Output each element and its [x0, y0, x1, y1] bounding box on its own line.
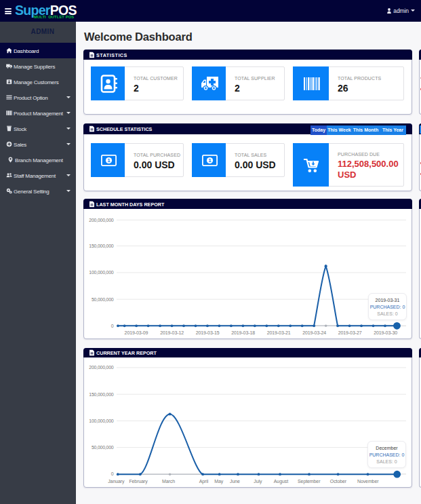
- svg-text:November: November: [357, 479, 379, 484]
- svg-text:1: 1: [208, 157, 212, 163]
- svg-text:2019-03-18: 2019-03-18: [231, 330, 255, 335]
- svg-text:January: January: [108, 479, 125, 484]
- svg-text:2019-03-12: 2019-03-12: [160, 330, 184, 335]
- svg-text:2019-03-27: 2019-03-27: [338, 330, 362, 335]
- svg-text:March: March: [162, 479, 175, 484]
- svg-text:2019-03-09: 2019-03-09: [125, 330, 148, 335]
- svg-text:April: April: [199, 479, 209, 484]
- svg-text:May: May: [214, 479, 224, 484]
- svg-text:September: September: [298, 479, 321, 484]
- svg-text:150,000,000: 150,000,000: [89, 392, 114, 397]
- svg-text:October: October: [330, 479, 347, 484]
- svg-text:100,000,000: 100,000,000: [89, 270, 114, 275]
- svg-text:July: July: [254, 479, 262, 484]
- svg-text:2019-03-30: 2019-03-30: [374, 330, 397, 335]
- svg-text:200,000,000: 200,000,000: [89, 365, 114, 370]
- svg-text:2019-03-15: 2019-03-15: [196, 330, 220, 335]
- svg-text:June: June: [230, 479, 240, 484]
- svg-text:200,000,000: 200,000,000: [89, 218, 114, 222]
- svg-text:0: 0: [111, 471, 114, 476]
- svg-text:1: 1: [107, 157, 111, 163]
- svg-text:150,000,000: 150,000,000: [89, 244, 114, 248]
- svg-text:50,000,000: 50,000,000: [92, 297, 114, 302]
- svg-text:2019-03-24: 2019-03-24: [302, 330, 326, 335]
- svg-text:0: 0: [111, 324, 114, 328]
- svg-text:February: February: [129, 479, 148, 484]
- svg-text:50,000,000: 50,000,000: [92, 445, 114, 450]
- svg-text:100,000,000: 100,000,000: [89, 419, 114, 423]
- svg-text:August: August: [274, 479, 288, 484]
- svg-text:2019-03-21: 2019-03-21: [267, 330, 291, 335]
